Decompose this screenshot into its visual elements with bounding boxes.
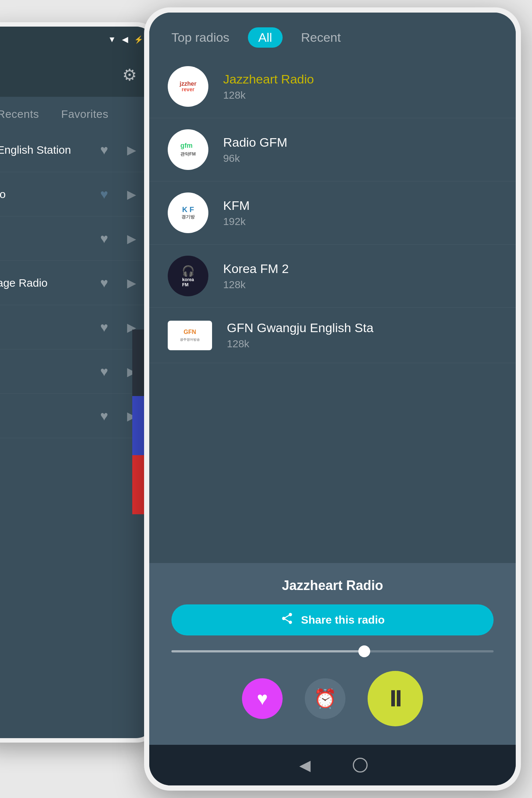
radio-list: jzzher rever Jazzheart Radio 128k gfm관악F… (149, 55, 516, 563)
radio-info-kfm: KFM 192k (223, 198, 497, 228)
station-controls-1: ♥ ▶ (96, 186, 140, 202)
status-bar-left: ▼ ◀ ⚡ (0, 27, 154, 52)
play-icon-1: ▶ (127, 187, 136, 201)
progress-fill (171, 650, 365, 652)
pause-icon: ⏸ (384, 686, 406, 712)
radio-bitrate-gfn: 128k (227, 338, 497, 350)
radio-info-gfn: GFN Gwangju English Sta 128k (227, 321, 497, 350)
right-phone: Top radios All Recent jzzher rever Jazzh… (144, 7, 521, 791)
heart-button-0[interactable]: ♥ (96, 142, 112, 158)
heart-button-4[interactable]: ♥ (96, 319, 112, 335)
play-button-2[interactable]: ▶ (123, 231, 140, 247)
progress-thumb[interactable] (358, 645, 370, 657)
station-controls-3: ♥ ▶ (96, 275, 140, 291)
now-playing-panel: Jazzheart Radio Share this radio ♥ ⏰ (149, 563, 516, 745)
heart-icon-4: ♥ (100, 320, 108, 335)
station-controls-0: ♥ ▶ (96, 142, 140, 158)
radio-item-gfm[interactable]: gfm관악FM Radio GFM 96k (149, 118, 516, 181)
alarm-button[interactable]: ⏰ (305, 678, 345, 719)
heart-button-2[interactable]: ♥ (96, 231, 112, 247)
tab-favorites[interactable]: Favorites (61, 108, 109, 120)
radio-bitrate-kfm: 192k (223, 216, 497, 228)
play-icon-0: ▶ (127, 143, 136, 157)
tab-all[interactable]: All (248, 27, 283, 48)
heart-icon-2: ♥ (100, 231, 108, 246)
radio-logo-gfn: GFN 광주영어방송 (168, 321, 212, 350)
progress-bar[interactable] (171, 650, 494, 652)
wifi-icon: ▼ (108, 35, 116, 44)
heart-icon-1: ♥ (100, 187, 108, 202)
radio-info-gfm: Radio GFM 96k (223, 135, 497, 164)
share-icon (280, 612, 294, 628)
heart-button-6[interactable]: ♥ (96, 408, 112, 424)
share-button[interactable]: Share this radio (171, 604, 494, 635)
share-text: Share this radio (301, 614, 385, 626)
back-button[interactable]: ◀ (296, 756, 314, 774)
play-button-0[interactable]: ▶ (123, 142, 140, 158)
radio-item-kfm[interactable]: K F 경기방 KFM 192k (149, 181, 516, 245)
radio-info-jazzheart: Jazzheart Radio 128k (223, 72, 497, 101)
station-item-2[interactable]: ♥ ▶ (0, 216, 154, 261)
radio-bitrate-gfm: 96k (223, 153, 497, 164)
left-phone-screen: ▼ ◀ ⚡ ⚙ Recents Favorites English Statio… (0, 27, 154, 738)
station-item-6[interactable]: ♥ ▶ (0, 394, 154, 438)
play-icon-2: ▶ (127, 232, 136, 246)
play-icon-3: ▶ (127, 276, 136, 290)
heart-control-icon: ♥ (257, 688, 268, 709)
battery-icon: ⚡ (134, 35, 143, 44)
radio-logo-kfm: K F 경기방 (168, 192, 208, 233)
radio-name-kfm: KFM (223, 198, 497, 213)
station-name-1: io (0, 188, 96, 201)
home-circle-icon (353, 758, 368, 773)
heart-button-1[interactable]: ♥ (96, 186, 112, 202)
radio-logo-jazzheart: jzzher rever (168, 66, 208, 107)
playback-controls: ♥ ⏰ ⏸ (171, 671, 494, 726)
radio-name-koreaFM: Korea FM 2 (223, 262, 497, 276)
tab-recent[interactable]: Recent (301, 30, 341, 45)
now-playing-title: Jazzheart Radio (171, 578, 494, 593)
left-phone: ▼ ◀ ⚡ ⚙ Recents Favorites English Statio… (0, 22, 159, 743)
heart-icon-6: ♥ (100, 408, 108, 424)
tab-bar-right: Top radios All Recent (149, 13, 516, 55)
station-item-4[interactable]: ♥ ▶ (0, 305, 154, 349)
station-item-3[interactable]: age Radio ♥ ▶ (0, 261, 154, 305)
play-button-1[interactable]: ▶ (123, 186, 140, 202)
play-button-3[interactable]: ▶ (123, 275, 140, 291)
radio-bitrate-koreaFM: 128k (223, 279, 497, 291)
back-icon: ◀ (299, 757, 311, 774)
station-item-5[interactable]: ♥ ▶ (0, 349, 154, 394)
station-item-1[interactable]: io ♥ ▶ (0, 172, 154, 216)
right-phone-screen: Top radios All Recent jzzher rever Jazzh… (149, 13, 516, 785)
station-name-3: age Radio (0, 277, 96, 289)
heart-icon-3: ♥ (100, 275, 108, 291)
radio-name-jazzheart: Jazzheart Radio (223, 72, 497, 86)
radio-name-gfm: Radio GFM (223, 135, 497, 150)
tab-bar-left: Recents Favorites (0, 97, 154, 128)
heart-icon-0: ♥ (100, 142, 108, 158)
gfm-logo-text: gfm관악FM (180, 142, 195, 157)
settings-gear-icon[interactable]: ⚙ (119, 64, 140, 85)
radio-item-koreaFM[interactable]: 🎧 koreaFM Korea FM 2 128k (149, 245, 516, 308)
bottom-nav: ◀ (149, 745, 516, 785)
radio-logo-gfm: gfm관악FM (168, 129, 208, 170)
station-name-0: English Station (0, 144, 96, 156)
station-list: English Station ♥ ▶ io ♥ (0, 128, 154, 438)
tab-top-radios[interactable]: Top radios (171, 30, 229, 45)
favorite-button[interactable]: ♥ (242, 678, 283, 719)
radio-logo-koreaFM: 🎧 koreaFM (168, 256, 208, 296)
pause-button[interactable]: ⏸ (368, 671, 423, 726)
home-button[interactable] (351, 756, 369, 774)
heart-icon-5: ♥ (100, 364, 108, 379)
heart-button-3[interactable]: ♥ (96, 275, 112, 291)
station-item-0[interactable]: English Station ♥ ▶ (0, 128, 154, 172)
radio-item-jazzheart[interactable]: jzzher rever Jazzheart Radio 128k (149, 55, 516, 118)
radio-item-gfn[interactable]: GFN 광주영어방송 GFN Gwangju English Sta 128k (149, 308, 516, 363)
radio-bitrate-jazzheart: 128k (223, 89, 497, 101)
alarm-icon: ⏰ (314, 688, 337, 709)
settings-area: ⚙ (0, 52, 154, 97)
station-controls-2: ♥ ▶ (96, 231, 140, 247)
kfm-logo-text: K F 경기방 (181, 205, 195, 220)
heart-button-5[interactable]: ♥ (96, 364, 112, 380)
radio-name-gfn: GFN Gwangju English Sta (227, 321, 497, 335)
tab-recents[interactable]: Recents (0, 108, 39, 120)
